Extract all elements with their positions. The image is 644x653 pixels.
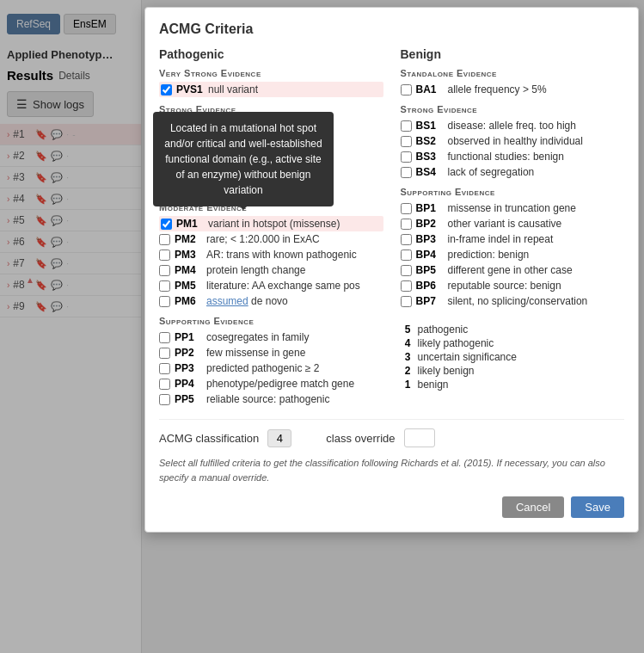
bs1-code: BS1 [416, 120, 444, 132]
standalone-header: Standalone Evidence [401, 68, 625, 78]
bs3-code: BS3 [416, 151, 444, 163]
pp5-checkbox[interactable] [159, 394, 170, 405]
cancel-button[interactable]: Cancel [502, 496, 564, 518]
pm1-code: PM1 [176, 218, 204, 230]
pm1-checkbox[interactable] [161, 219, 172, 230]
bp1-desc: missense in truncation gene [448, 202, 576, 214]
pp2-checkbox[interactable] [159, 348, 170, 359]
pm4-desc: protein length change [206, 264, 305, 276]
pvs1-code: PVS1 [176, 83, 204, 95]
score-row-3: 3 uncertain significance [401, 350, 625, 364]
ba1-checkbox[interactable] [401, 84, 412, 95]
pm2-code: PM2 [175, 233, 202, 245]
bp5-checkbox[interactable] [401, 265, 412, 276]
pm4-row[interactable]: PM4 protein length change [159, 262, 383, 278]
score-label-4: likely pathogenic [418, 337, 494, 349]
bp6-row[interactable]: BP6 reputable source: benign [401, 278, 625, 293]
ba1-row[interactable]: BA1 allele frequency > 5% [401, 82, 625, 97]
bp7-checkbox[interactable] [401, 296, 412, 307]
strong-benign-header: Strong Evidence [401, 104, 625, 114]
pvs1-checkbox[interactable] [161, 84, 172, 95]
pp3-desc: predicted pathogenic ≥ 2 [206, 362, 319, 374]
pp2-desc: few missense in gene [206, 347, 305, 359]
score-label-1: benign [418, 379, 449, 391]
bp4-desc: prediction: benign [448, 249, 530, 261]
acmg-classification-label: ACMG classification [159, 432, 259, 445]
bs4-checkbox[interactable] [401, 167, 412, 178]
supporting-benign-header: Supporting Evidence [401, 187, 625, 197]
pm2-row[interactable]: PM2 rare; < 1:20.000 in ExAC [159, 231, 383, 247]
pm5-code: PM5 [175, 280, 202, 292]
bs3-row[interactable]: BS3 functional studies: benign [401, 149, 625, 164]
pp5-desc: reliable source: pathogenic [206, 393, 329, 405]
pm3-row[interactable]: PM3 AR: trans with known pathogenic [159, 247, 383, 262]
score-num-4: 4 [401, 337, 411, 349]
bp1-row[interactable]: BP1 missense in truncation gene [401, 200, 625, 216]
pm1-desc: variant in hotspot (missense) [208, 218, 340, 230]
assumed-link[interactable]: assumed [206, 295, 248, 307]
score-num-5: 5 [401, 323, 411, 336]
pm6-checkbox[interactable] [159, 296, 170, 307]
bp5-code: BP5 [416, 264, 444, 276]
pp1-code: PP1 [175, 331, 202, 343]
modal-title: ACMG Criteria [159, 22, 624, 37]
pp2-row[interactable]: PP2 few missense in gene [159, 345, 383, 360]
pp2-code: PP2 [175, 347, 202, 359]
pp5-row[interactable]: PP5 reliable source: pathogenic [159, 391, 383, 407]
supporting-pathogenic-header: Supporting Evidence [159, 316, 383, 326]
criteria-columns: Pathogenic Very Strong Evidence PVS1 nul… [159, 47, 624, 407]
bp6-code: BP6 [416, 280, 444, 292]
pm5-desc: literature: AA exchange same pos [206, 280, 360, 292]
very-strong-header: Very Strong Evidence [159, 68, 383, 78]
pp1-checkbox[interactable] [159, 332, 170, 343]
bp7-row[interactable]: BP7 silent, no splicing/conservation [401, 293, 625, 309]
bp4-row[interactable]: BP4 prediction: benign [401, 247, 625, 262]
bs2-row[interactable]: BS2 observed in healthy individual [401, 133, 625, 149]
pp4-checkbox[interactable] [159, 379, 170, 390]
bs3-desc: functional studies: benign [448, 151, 564, 163]
class-override-label: class override [326, 432, 395, 445]
score-row-4: 4 likely pathogenic [401, 336, 625, 350]
bp3-checkbox[interactable] [401, 234, 412, 245]
score-summary: 5 pathogenic 4 likely pathogenic 3 uncer… [401, 317, 625, 397]
pm4-checkbox[interactable] [159, 265, 170, 276]
bp4-checkbox[interactable] [401, 249, 412, 261]
acmg-value: 4 [267, 429, 291, 447]
bp7-code: BP7 [416, 295, 444, 307]
bs2-checkbox[interactable] [401, 136, 412, 147]
bs3-checkbox[interactable] [401, 151, 412, 163]
pp1-row[interactable]: PP1 cosegregates in family [159, 330, 383, 345]
acmg-note: Select all fulfilled criteria to get the… [159, 456, 624, 484]
save-button[interactable]: Save [571, 496, 624, 518]
pm5-checkbox[interactable] [159, 280, 170, 292]
bp6-checkbox[interactable] [401, 280, 412, 292]
score-row-1: 1 benign [401, 378, 625, 391]
pm3-checkbox[interactable] [159, 249, 170, 261]
bs1-row[interactable]: BS1 disease: allele freq. too high [401, 118, 625, 133]
pp3-checkbox[interactable] [159, 363, 170, 374]
pp5-code: PP5 [175, 393, 202, 405]
pm6-code: PM6 [175, 295, 202, 307]
bs4-row[interactable]: BS4 lack of segregation [401, 164, 625, 180]
bp3-row[interactable]: BP3 in-frame indel in repeat [401, 231, 625, 247]
bp2-row[interactable]: BP2 other variant is causative [401, 216, 625, 231]
pm5-row[interactable]: PM5 literature: AA exchange same pos [159, 278, 383, 293]
bp2-checkbox[interactable] [401, 219, 412, 230]
pm6-row[interactable]: PM6 assumed de novo [159, 293, 383, 309]
pathogenic-heading: Pathogenic [159, 47, 383, 61]
pp4-row[interactable]: PP4 phenotype/pedigree match gene [159, 376, 383, 391]
pm2-desc: rare; < 1:20.000 in ExAC [206, 233, 320, 245]
bs1-checkbox[interactable] [401, 120, 412, 132]
pvs1-row[interactable]: PVS1 null variant [159, 82, 383, 97]
pp3-row[interactable]: PP3 predicted pathogenic ≥ 2 [159, 360, 383, 376]
class-override-input[interactable] [404, 428, 435, 447]
bs4-code: BS4 [416, 166, 444, 178]
pathogenic-column: Pathogenic Very Strong Evidence PVS1 nul… [159, 47, 383, 407]
pvs1-desc: null variant [208, 83, 258, 95]
bp1-checkbox[interactable] [401, 203, 412, 214]
bp5-row[interactable]: BP5 different gene in other case [401, 262, 625, 278]
pm2-checkbox[interactable] [159, 234, 170, 245]
score-label-2: likely benign [418, 365, 475, 377]
score-num-1: 1 [401, 379, 411, 391]
pm1-row[interactable]: PM1 variant in hotspot (missense) [159, 216, 383, 231]
